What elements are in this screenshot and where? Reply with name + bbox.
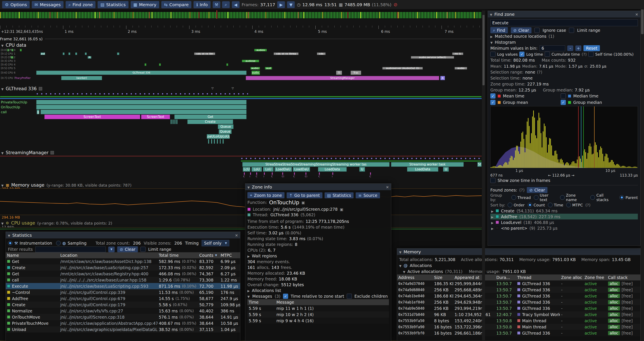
col-name[interactable]: Name (6, 253, 59, 258)
memory-plot[interactable] (0, 189, 482, 215)
toolbar-button[interactable]: ⇆ Compare (161, 1, 192, 8)
disconnect-icon[interactable]: ⊘ (394, 2, 398, 7)
min-bin-increment-button[interactable]: + (576, 46, 581, 51)
cpu-zone-segment[interactable] (117, 53, 119, 55)
limit-range-checkbox[interactable] (569, 28, 574, 33)
legend-checkbox[interactable] (490, 93, 496, 99)
cpu-zone-segment[interactable]: audios (254, 49, 267, 51)
alloc-callstack-button[interactable]: alloc (608, 288, 620, 292)
memory-table-header[interactable]: Address Size Appeared at Dura... Thread … (397, 274, 640, 280)
stats-table-row[interactable]: OnTouchMove jni/../jni/src/guif/Screen.c… (6, 314, 240, 320)
found-zone-group[interactable]: LoadLevel (18) 406.88 µs (490, 219, 638, 225)
legend-checkbox[interactable] (490, 100, 496, 105)
col-location[interactable]: Location (59, 253, 158, 258)
thread-options-icon[interactable] (39, 87, 42, 90)
page-scrollbar[interactable] (640, 0, 644, 341)
cpu-row[interactable]: [0:0] CPU 0 audios (0, 49, 482, 52)
timeline-scrollbar[interactable] (482, 11, 485, 341)
timeline-zone[interactable] (250, 172, 251, 175)
cpu-zone-segment[interactable] (63, 53, 64, 55)
toolbar-button[interactable]: ▦ Memory (131, 1, 159, 8)
help-icon[interactable]: (?) (582, 52, 587, 57)
cpu-row[interactable]: [0:7] CPU 7 TracyProfiler (worker) Strea… (0, 76, 482, 80)
timeline-zone[interactable] (306, 172, 306, 175)
cpu-data-header[interactable]: CPU data (1, 43, 26, 48)
cpu-zone-segment[interactable]: aut (40, 53, 46, 55)
allocations-toggle[interactable]: @ Allocations (399, 262, 638, 268)
cpu-zone-segment[interactable]: audio (454, 67, 467, 70)
group-by-option[interactable]: Call stacks (590, 193, 616, 202)
timeline-zone[interactable] (176, 119, 178, 124)
sort-by-option[interactable]: Order (508, 203, 524, 207)
find-button[interactable]: ⌕ Find (490, 27, 508, 33)
col-mtpc[interactable]: MTPC (219, 253, 240, 258)
stats-table-header[interactable]: Name Location Total time Counts▼ MTPC (6, 252, 240, 258)
memory-titlebar[interactable]: Memory (397, 248, 640, 255)
find-zone-titlebar[interactable]: Find zone (488, 11, 640, 18)
timeline-zone[interactable]: LoadDaU (293, 167, 310, 172)
legend-checkbox[interactable] (561, 100, 566, 105)
timeline-zone[interactable] (174, 119, 176, 124)
timeline-zone[interactable] (244, 172, 245, 175)
timeline-zone[interactable] (36, 100, 247, 105)
timeline-zone[interactable]: LoU (252, 167, 262, 172)
help-icon[interactable]: (?) (519, 188, 525, 192)
stats-table-row[interactable]: Unload jni/../jni/src/claw/graphics/pixe… (6, 326, 240, 332)
stats-table-row[interactable]: call jni/../jni/../../../src/claw/base/L… (6, 277, 240, 283)
statistics-titlebar[interactable]: Statistics (6, 232, 240, 239)
cpu-row[interactable]: [0:5] CPU 5 audio: aud audioserver (Audi… (0, 67, 482, 70)
cpu-zone-segment[interactable]: cds_ol_rx_thr (194, 53, 215, 55)
reset-button[interactable]: Reset (584, 45, 600, 51)
mode-radio-option[interactable]: ⚒ Instrumentation (8, 241, 52, 245)
alloc-callstack-button[interactable]: alloc (608, 331, 620, 335)
timeline-zone[interactable] (264, 172, 265, 175)
alloc-callstack-button[interactable]: alloc (608, 281, 620, 286)
histogram-toggle[interactable]: Histogram (490, 39, 638, 45)
zone-info-button[interactable]: ≡ Source (356, 192, 380, 198)
copy-icon[interactable] (340, 207, 343, 212)
found-zone-group[interactable]: Create (54,131) 643.34 ms (490, 208, 638, 214)
stats-table-row[interactable]: Get /mnt/e/claw/src/claw/base/Registry.h… (6, 271, 240, 277)
stats-table-row[interactable]: Create jni/../jni/src/claw/base/LuaScrip… (6, 264, 240, 271)
found-clear-button[interactable]: ⊘ Clear (527, 187, 548, 193)
cpu-zone-segment[interactable]: aud (265, 67, 272, 70)
timeline-zone[interactable]: LoadData (407, 167, 438, 172)
toolbar-button[interactable]: ✉ Messages (32, 1, 64, 8)
stats-table-row[interactable]: PrivateTouchMove jni/../jni/src/claw/app… (6, 320, 240, 326)
timeline-zone[interactable]: ScreenText (141, 115, 170, 119)
timeline-zone[interactable]: Queue (218, 124, 234, 129)
allocation-row[interactable]: 0x74a9d68040 256 KB 295,668,489ns 13:50.… (397, 287, 640, 293)
timeline-zone[interactable]: LoU (263, 167, 274, 172)
thread-options-icon[interactable] (50, 151, 54, 154)
timeline-zone[interactable]: g (37, 110, 40, 114)
collapse-icon[interactable] (248, 294, 250, 298)
col-time[interactable]: Time (248, 300, 275, 304)
log-time-checkbox[interactable] (519, 52, 524, 57)
relative-time-checkbox[interactable] (283, 294, 288, 299)
help-icon[interactable]: (?) (586, 203, 590, 207)
cpu-row[interactable]: [0:3] CPU 3 audiose (0, 60, 482, 63)
copy-icon[interactable] (301, 200, 305, 205)
group-by-option[interactable]: User text (534, 193, 557, 202)
mode-radio-option[interactable]: ◍ Sampling (56, 241, 87, 245)
tool-icon-button[interactable]: ⚒ (213, 1, 220, 8)
cpu-zone-segment[interactable]: StreamingManager (246, 76, 440, 80)
cpu-zone-segment[interactable]: A (440, 76, 445, 80)
toolbar-button[interactable]: ⚙ Options (2, 1, 30, 8)
col-call-stack[interactable]: Call stack (607, 275, 640, 280)
col-zone-alloc[interactable]: Zone alloc (560, 275, 583, 280)
timeline-zone[interactable] (294, 172, 295, 175)
streaming-header[interactable]: StreamingManager (1, 150, 54, 155)
toolbar-button[interactable]: ▤ Statistics (98, 1, 128, 8)
timeline-zone[interactable] (222, 139, 224, 144)
timeline-zone[interactable] (217, 139, 218, 144)
cpu-zone-segment[interactable]: Trac (350, 71, 361, 75)
legend-item[interactable]: Median time (561, 93, 631, 99)
legend-item[interactable]: Group mean (490, 99, 561, 105)
frame-label-row[interactable]: Frame 32,661 (6.05 s) (0, 36, 482, 41)
timeline-zone[interactable] (370, 172, 371, 175)
stats-table-row[interactable]: Normalize jni/../jni/src/claw/vfs/Vfs.cp… (6, 308, 240, 314)
cpu-row[interactable]: [0:6] CPU 6 GLThread 336 audio. Ti Trac (0, 70, 482, 75)
col-address[interactable]: Address (397, 275, 433, 280)
tool-icon-button[interactable]: ⌕ (222, 1, 230, 8)
